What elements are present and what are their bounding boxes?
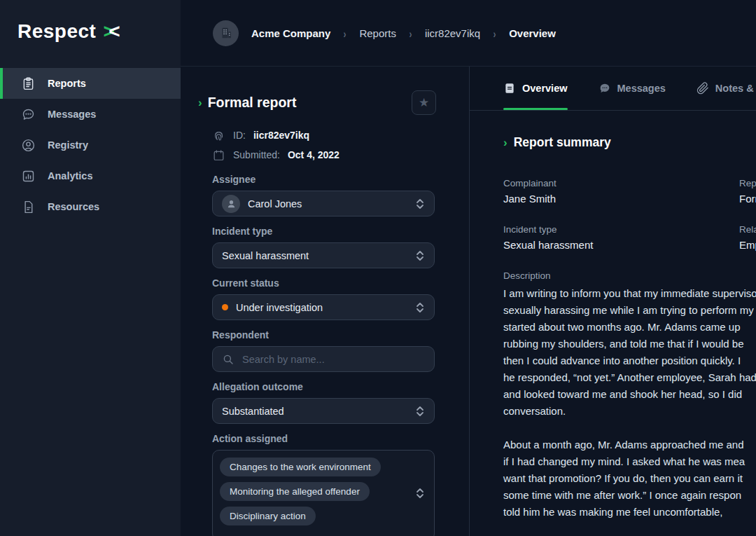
person-icon xyxy=(226,198,237,209)
breadcrumb-report-id[interactable]: iicr82ev7ikq xyxy=(425,27,480,39)
id-label: ID: xyxy=(233,130,246,141)
description-section: Description I am writing to inform you t… xyxy=(503,270,756,521)
respondent-search[interactable] xyxy=(212,346,435,372)
breadcrumb: Acme Company › Reports › iicr82ev7ikq › … xyxy=(181,0,756,67)
allegation-outcome-label: Allegation outcome xyxy=(212,381,435,392)
action-pill: Changes to the work environment xyxy=(220,458,381,476)
document-filled-icon xyxy=(503,82,516,95)
paperclip-icon xyxy=(696,82,709,95)
sidebar: Respect >< Reports Messages Registry Ana… xyxy=(0,0,181,536)
complainant-cell: Complainant Jane Smith xyxy=(503,178,739,205)
action-pill: Disciplinary action xyxy=(220,507,316,525)
incident-type-label: Incident type xyxy=(503,224,739,235)
brand-x-icon: >< xyxy=(103,20,120,43)
report-detail-panel: › Formal report ★ ID: iicr82ev7ikq Submi… xyxy=(181,67,470,536)
complainant-value: Jane Smith xyxy=(503,193,739,205)
chat-bubble-icon xyxy=(21,107,36,122)
sidebar-item-reports[interactable]: Reports xyxy=(0,68,181,99)
submitted-label: Submitted: xyxy=(233,149,280,160)
select-chevrons-icon xyxy=(415,406,425,417)
relationship-value: Employee xyxy=(739,239,756,251)
breadcrumb-overview[interactable]: Overview xyxy=(509,27,556,39)
select-chevrons-icon xyxy=(415,198,425,209)
brand-name: Respect xyxy=(18,20,96,43)
favorite-star-button[interactable]: ★ xyxy=(412,90,436,115)
sidebar-item-label: Registry xyxy=(48,139,88,151)
description-paragraph: I am writing to inform you that my immed… xyxy=(503,285,756,420)
report-summary-panel: Overview Messages Notes & Statements › R… xyxy=(470,67,756,536)
current-status-select[interactable]: Under investigation xyxy=(212,294,435,320)
assignee-field: Assignee Carol Jones xyxy=(212,174,435,217)
report-title: Formal report xyxy=(208,95,297,111)
relationship-label: Relationship xyxy=(739,224,756,235)
chat-filled-icon xyxy=(598,82,611,95)
select-chevrons-icon xyxy=(415,488,425,499)
sidebar-nav: Reports Messages Registry Analytics Reso… xyxy=(0,68,181,222)
fingerprint-icon xyxy=(212,129,225,142)
respondent-search-input[interactable] xyxy=(242,354,396,365)
description-label: Description xyxy=(503,270,756,281)
report-type-value: Formal xyxy=(739,193,756,205)
sidebar-item-resources[interactable]: Resources xyxy=(0,191,181,222)
action-assigned-field: Action assigned Changes to the work envi… xyxy=(212,433,435,536)
sidebar-item-label: Messages xyxy=(48,109,96,120)
incident-type-value: Sexual harassment xyxy=(222,250,309,261)
tab-messages[interactable]: Messages xyxy=(598,67,666,110)
sidebar-item-label: Reports xyxy=(48,78,86,89)
star-icon: ★ xyxy=(419,95,429,110)
respondent-field: Respondent xyxy=(212,329,435,372)
action-assigned-label: Action assigned xyxy=(212,433,435,444)
summary-content: › Report summary Complainant Jane Smith … xyxy=(470,111,756,521)
action-pill: Monitoring the alleged offender xyxy=(220,482,370,501)
sidebar-item-label: Analytics xyxy=(48,170,92,181)
assignee-select[interactable]: Carol Jones xyxy=(212,191,435,217)
building-icon xyxy=(218,25,234,41)
summary-info-grid: Complainant Jane Smith Report type Forma… xyxy=(503,178,756,251)
report-type-cell: Report type Formal xyxy=(739,178,756,205)
sidebar-item-registry[interactable]: Registry xyxy=(0,130,181,160)
search-icon xyxy=(222,353,234,366)
report-type-label: Report type xyxy=(739,178,756,188)
tab-label: Overview xyxy=(522,83,568,94)
assignee-value: Carol Jones xyxy=(248,198,302,209)
incident-type-cell: Incident type Sexual harassment xyxy=(503,224,739,251)
tab-bar: Overview Messages Notes & Statements xyxy=(470,67,756,111)
submitted-value: Oct 4, 2022 xyxy=(288,149,340,160)
sidebar-item-messages[interactable]: Messages xyxy=(0,99,181,130)
current-status-label: Current status xyxy=(212,277,435,289)
status-dot-icon xyxy=(222,304,228,310)
chevron-right-icon: › xyxy=(409,27,412,40)
company-avatar[interactable] xyxy=(213,20,239,46)
chevron-right-icon: › xyxy=(503,137,507,149)
report-meta: ID: iicr82ev7ikq Submitted: Oct 4, 2022 xyxy=(212,125,469,165)
allegation-outcome-select[interactable]: Substantiated xyxy=(212,398,435,424)
incident-type-value: Sexual harassment xyxy=(503,239,739,251)
summary-heading: › Report summary xyxy=(503,133,756,151)
incident-type-select[interactable]: Sexual harassment xyxy=(212,242,435,268)
complainant-label: Complainant xyxy=(503,178,739,188)
breadcrumb-reports[interactable]: Reports xyxy=(359,27,396,39)
current-status-value: Under investigation xyxy=(236,302,323,313)
action-assigned-multiselect[interactable]: Changes to the work environment Monitori… xyxy=(212,450,435,536)
sidebar-item-label: Resources xyxy=(48,201,99,212)
incident-type-label: Incident type xyxy=(212,226,435,237)
current-status-field: Current status Under investigation xyxy=(212,277,435,320)
assignee-label: Assignee xyxy=(212,174,435,185)
main-area: Acme Company › Reports › iicr82ev7ikq › … xyxy=(181,0,756,536)
tab-overview[interactable]: Overview xyxy=(503,67,568,110)
report-id-row: ID: iicr82ev7ikq xyxy=(212,125,469,145)
clipboard-icon xyxy=(21,76,36,91)
respondent-label: Respondent xyxy=(212,329,435,341)
submitted-row: Submitted: Oct 4, 2022 xyxy=(212,145,469,165)
sidebar-item-analytics[interactable]: Analytics xyxy=(0,160,181,191)
description-paragraph: About a month ago, Mr. Adams approached … xyxy=(503,437,756,521)
tab-label: Notes & Statements xyxy=(715,83,756,94)
chevron-right-icon: › xyxy=(198,97,202,109)
app-window: Respect >< Reports Messages Registry Ana… xyxy=(0,0,756,536)
breadcrumb-company[interactable]: Acme Company xyxy=(251,27,330,39)
brand-logo: Respect >< xyxy=(0,0,181,43)
bar-chart-icon xyxy=(21,169,36,184)
tab-notes-statements[interactable]: Notes & Statements xyxy=(696,67,756,110)
relationship-cell: Relationship Employee xyxy=(739,224,756,251)
assignee-avatar xyxy=(222,195,240,213)
